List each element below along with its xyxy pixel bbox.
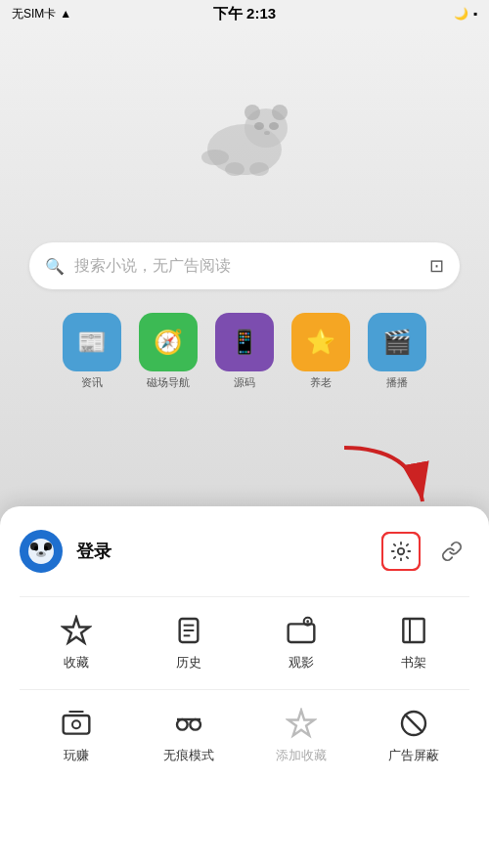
app-icon-video[interactable]: 🎬 播播	[368, 313, 426, 390]
svg-point-30	[72, 720, 80, 728]
settings-icon-button[interactable]	[381, 532, 421, 571]
svg-point-2	[244, 105, 260, 120]
svg-point-4	[254, 122, 264, 130]
app-icon-video-circle: 🎬	[368, 313, 426, 371]
app-icons-row: 📰 资讯 🧭 磁场导航 📱 源码 ⭐ 养老 🎬 播播	[0, 313, 489, 390]
favorites-label: 收藏	[64, 654, 89, 672]
adblock-icon	[398, 708, 429, 739]
bookshelf-label: 书架	[401, 654, 426, 672]
status-left: 无SIM卡 ▲	[12, 6, 71, 22]
app-icon-nav-label: 磁场导航	[147, 375, 190, 390]
svg-rect-29	[63, 716, 89, 734]
incognito-label: 无痕模式	[163, 747, 214, 764]
action-favorites[interactable]: 收藏	[20, 597, 132, 689]
avatar-panda-svg	[23, 534, 59, 569]
scan-icon[interactable]: ⊡	[429, 255, 444, 277]
svg-rect-27	[403, 619, 423, 642]
svg-point-19	[398, 548, 404, 554]
status-bar: 无SIM卡 ▲ 下午 2:13 🌙 ▪	[0, 0, 489, 27]
adblock-label: 广告屏蔽	[388, 747, 439, 764]
watch-icon	[286, 615, 317, 646]
svg-point-5	[269, 122, 279, 130]
app-icon-nav-circle: 🧭	[139, 313, 198, 371]
app-icon-video-label: 播播	[386, 375, 408, 390]
panda-svg	[186, 91, 303, 179]
action-add-favorites[interactable]: 添加收藏	[244, 690, 357, 782]
sheet-header: 登录	[20, 530, 469, 573]
settings-icon	[390, 541, 412, 562]
svg-line-35	[404, 715, 422, 733]
svg-point-18	[39, 552, 43, 555]
add-favorites-icon	[286, 708, 317, 739]
moon-icon: 🌙	[454, 7, 468, 21]
incognito-icon	[173, 708, 204, 739]
app-icon-news-label: 资讯	[81, 375, 103, 390]
watch-label: 观影	[289, 654, 314, 672]
svg-point-15	[34, 546, 38, 551]
action-history[interactable]: 历史	[132, 597, 244, 689]
panda-avatar[interactable]	[20, 530, 63, 573]
earn-label: 玩赚	[64, 747, 89, 764]
action-grid-row2: 玩赚 无痕模式 添加收藏 广告屏蔽	[20, 690, 469, 782]
svg-point-9	[249, 162, 269, 176]
action-bookshelf[interactable]: 书架	[357, 597, 469, 689]
status-right: 🌙 ▪	[454, 7, 477, 21]
app-icon-star-label: 养老	[310, 375, 332, 390]
search-bar[interactable]: 🔍 搜索小说，无广告阅读 ⊡	[29, 242, 460, 289]
svg-point-32	[190, 719, 200, 730]
svg-point-8	[225, 162, 244, 176]
action-earn[interactable]: 玩赚	[20, 690, 132, 782]
app-icon-star[interactable]: ⭐ 养老	[291, 313, 350, 390]
bookshelf-icon	[398, 615, 429, 646]
earn-icon	[61, 708, 92, 739]
svg-point-16	[44, 546, 48, 551]
action-incognito[interactable]: 无痕模式	[132, 690, 244, 782]
action-watch[interactable]: 观影	[244, 597, 357, 689]
app-icon-nav[interactable]: 🧭 磁场导航	[139, 313, 198, 390]
app-icon-source-label: 源码	[234, 375, 255, 390]
bottom-sheet: 登录 收藏	[0, 506, 489, 868]
link-icon-button[interactable]	[434, 534, 469, 569]
app-icon-news-circle: 📰	[63, 313, 121, 371]
app-icon-star-circle: ⭐	[291, 313, 350, 371]
search-icon: 🔍	[45, 257, 65, 276]
search-placeholder: 搜索小说，无广告阅读	[74, 256, 420, 277]
action-adblock[interactable]: 广告屏蔽	[357, 690, 469, 782]
svg-point-3	[272, 105, 288, 120]
history-icon	[173, 615, 204, 646]
favorites-icon	[61, 615, 92, 646]
svg-rect-24	[288, 624, 314, 642]
svg-point-6	[264, 131, 270, 135]
add-favorites-label: 添加收藏	[276, 747, 327, 764]
svg-point-26	[306, 620, 309, 623]
header-icons	[381, 532, 469, 571]
app-icon-source-circle: 📱	[215, 313, 274, 371]
svg-point-7	[201, 150, 229, 165]
action-grid-row1: 收藏 历史 观影 书架	[20, 597, 469, 689]
link-icon	[441, 541, 463, 562]
panda-illustration	[0, 27, 489, 242]
wifi-icon: ▲	[60, 7, 71, 21]
sim-text: 无SIM卡	[12, 6, 56, 22]
app-icon-news[interactable]: 📰 资讯	[63, 313, 121, 390]
history-label: 历史	[176, 654, 201, 672]
battery-icon: ▪	[473, 7, 477, 21]
status-time: 下午 2:13	[213, 5, 276, 23]
login-label[interactable]: 登录	[76, 540, 381, 563]
app-icon-source[interactable]: 📱 源码	[215, 313, 274, 390]
red-arrow	[325, 438, 442, 516]
svg-point-31	[177, 719, 188, 730]
